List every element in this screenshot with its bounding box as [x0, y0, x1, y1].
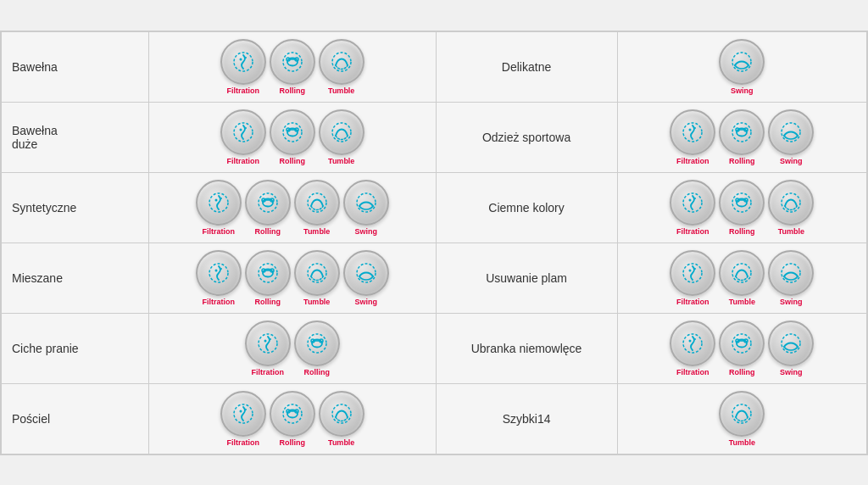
icon-label: Swing [354, 298, 377, 306]
icon-item-rolling: Rolling [719, 321, 765, 376]
icon-label: Rolling [254, 227, 281, 236]
icons-right: Filtration Rolling Swing [617, 313, 866, 383]
icon-label: Rolling [303, 368, 330, 376]
icons-left: Filtration Rolling Tumble [148, 172, 436, 242]
icon-item-rolling: Rolling [270, 109, 315, 165]
icon-item-tumble: Tumble [319, 39, 364, 95]
icon-label: Swing [354, 227, 377, 236]
icon-label: Filtration [226, 86, 259, 95]
icon-item-tumble: Tumble [768, 180, 814, 236]
svg-point-44 [220, 268, 222, 270]
icon-item-filtration: Filtration [220, 391, 266, 447]
row-label-left: Bawełna [2, 31, 149, 102]
row-label-right: Delikatne [436, 31, 617, 102]
svg-point-27 [220, 198, 222, 199]
icon-label: Filtration [676, 227, 709, 236]
icon-item-tumble: Tumble [319, 391, 364, 447]
swing-icon [768, 321, 814, 366]
icons-left: Filtration Rolling Tumble [148, 383, 436, 454]
svg-point-43 [214, 269, 217, 271]
icon-label: Tumble [778, 227, 804, 236]
rolling-icon [245, 180, 291, 226]
icon-label: Tumble [328, 157, 354, 165]
svg-point-73 [245, 409, 247, 410]
row-label-right: Odzież sportowa [436, 102, 617, 172]
svg-point-54 [732, 264, 751, 282]
row-label-left: Pościel [2, 383, 149, 454]
svg-point-64 [689, 339, 692, 342]
icons-right: Swing [617, 31, 866, 102]
rolling-icon [270, 391, 315, 437]
icon-item-rolling: Rolling [719, 180, 765, 236]
filtration-icon [220, 391, 266, 437]
icon-label: Rolling [279, 157, 305, 165]
icon-item-swing: Swing [719, 39, 765, 95]
svg-point-3 [283, 53, 302, 71]
icon-item-tumble: Tumble [719, 391, 765, 447]
icon-label: Tumble [303, 298, 330, 306]
icon-item-filtration: Filtration [245, 321, 291, 376]
filtration-icon [196, 250, 242, 296]
svg-point-45 [259, 264, 277, 282]
svg-point-28 [259, 193, 277, 212]
icon-item-filtration: Filtration [220, 109, 266, 165]
table-row: Syntetyczne Filtration Rolling [2, 172, 867, 242]
icon-item-rolling: Rolling [719, 109, 765, 165]
icon-label: Rolling [729, 368, 755, 376]
icon-label: Tumble [729, 298, 755, 306]
icon-label: Filtration [202, 227, 235, 236]
icon-item-tumble: Tumble [719, 250, 765, 306]
icon-item-filtration: Filtration [220, 39, 266, 95]
swing-icon [343, 180, 389, 226]
icon-item-swing: Swing [768, 109, 814, 165]
icons-right: Filtration Rolling Tumble [617, 172, 866, 242]
svg-point-12 [283, 123, 302, 142]
svg-point-10 [239, 128, 242, 131]
icon-label: Swing [780, 368, 803, 376]
table-row: Bawełna Filtration Rolling [2, 31, 867, 102]
svg-point-72 [239, 410, 242, 412]
icons-right: Filtration Tumble Swing [617, 242, 866, 313]
swing-icon [768, 109, 814, 155]
svg-point-7 [332, 53, 351, 71]
svg-point-37 [732, 193, 751, 212]
filtration-icon [670, 109, 715, 155]
row-label-left: Syntetyczne [2, 172, 149, 242]
icon-label: Filtration [676, 298, 709, 306]
icon-item-rolling: Rolling [245, 250, 291, 306]
icon-label: Tumble [328, 86, 354, 95]
svg-point-36 [694, 198, 696, 199]
filtration-icon [670, 180, 715, 226]
svg-point-79 [732, 404, 751, 423]
svg-point-53 [694, 268, 696, 270]
swing-icon [343, 250, 389, 296]
icon-label: Rolling [254, 298, 281, 306]
icon-label: Filtration [226, 157, 259, 165]
svg-point-65 [694, 338, 696, 340]
icon-label: Swing [731, 86, 754, 95]
icon-label: Tumble [729, 438, 755, 447]
row-label-right: Ubranka niemowlęce [436, 313, 617, 383]
filtration-icon [196, 180, 242, 226]
svg-point-41 [782, 193, 800, 212]
svg-point-26 [214, 198, 217, 201]
table-row: Bawełnaduże Filtration Rolling [2, 102, 867, 172]
icon-label: Tumble [303, 227, 330, 236]
svg-point-52 [689, 269, 692, 271]
rolling-icon [270, 39, 315, 85]
tumble-icon [719, 391, 765, 437]
icon-item-swing: Swing [768, 321, 814, 376]
icon-label: Rolling [729, 227, 755, 236]
svg-point-49 [308, 264, 326, 282]
icon-item-rolling: Rolling [270, 391, 315, 447]
filtration-icon [220, 39, 266, 85]
icon-label: Rolling [279, 86, 305, 95]
svg-point-18 [689, 128, 692, 131]
icon-item-tumble: Tumble [294, 250, 340, 306]
swing-icon [719, 39, 765, 85]
icon-item-filtration: Filtration [670, 250, 715, 306]
icon-label: Rolling [279, 438, 305, 447]
icon-item-swing: Swing [768, 250, 814, 306]
tumble-icon [768, 180, 814, 226]
svg-point-19 [694, 127, 696, 129]
